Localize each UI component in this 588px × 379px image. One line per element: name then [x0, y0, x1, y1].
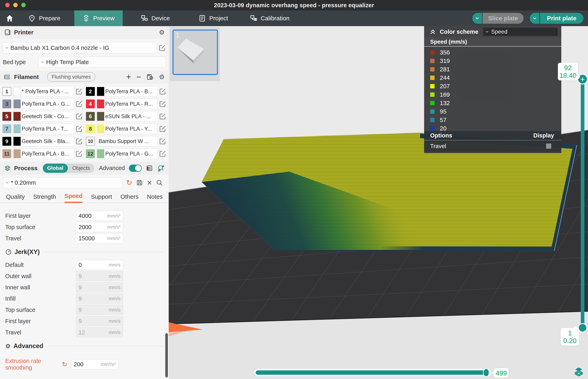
print-plate-button[interactable]: Print plate: [540, 13, 583, 24]
home-button[interactable]: [3, 10, 16, 26]
filament-number-badge[interactable]: 7: [2, 124, 11, 133]
top-surface-accel-input[interactable]: 2000 mm/s²: [76, 222, 123, 232]
zoom-window-button[interactable]: [21, 3, 26, 7]
printer-settings-gear-icon[interactable]: ⚙: [159, 29, 165, 36]
layers-view-button[interactable]: [573, 366, 584, 377]
filament-select[interactable]: PolyTerra PLA - G...: [96, 148, 158, 159]
edit-filament-icon[interactable]: [75, 100, 83, 108]
filament-settings-gear-icon[interactable]: ⚙: [159, 74, 165, 80]
edit-filament-icon[interactable]: [75, 88, 83, 95]
filament-select[interactable]: Geetech Silk - Co...: [13, 111, 74, 122]
tab-prepare[interactable]: Prepare: [28, 10, 60, 26]
save-preset-icon[interactable]: [136, 179, 143, 186]
filament-number-badge[interactable]: 9: [2, 137, 11, 146]
flushing-volumes-button[interactable]: Flushing volumes: [47, 72, 95, 82]
segment-objects[interactable]: Objects: [68, 164, 94, 173]
filament-select[interactable]: PolyTerra PLA - B...: [13, 148, 74, 159]
layer-slider-track[interactable]: [581, 82, 584, 329]
edit-filament-icon[interactable]: [75, 113, 83, 120]
print-plate-dropdown[interactable]: [530, 13, 539, 24]
tab-notes[interactable]: Notes: [147, 193, 163, 203]
color-scheme-select[interactable]: Speed: [483, 27, 558, 36]
tab-strength[interactable]: Strength: [33, 193, 56, 203]
legend-entry: 132: [430, 99, 561, 107]
layer-slider-bottom-tooltip: 1 0.20: [561, 328, 579, 346]
edit-filament-icon[interactable]: [159, 88, 166, 95]
collapse-panel-icon[interactable]: [429, 28, 436, 35]
travel-checkbox[interactable]: [546, 143, 551, 149]
move-slider-track[interactable]: [255, 369, 491, 376]
filament-number-badge[interactable]: 2: [86, 87, 95, 96]
filament-number-badge[interactable]: 11: [2, 149, 11, 158]
search-parameters-icon[interactable]: [157, 164, 165, 172]
jerk-infill-input[interactable]: 9 mm/s: [76, 294, 123, 304]
filament-select[interactable]: PolyTerra PLA - Y...: [96, 124, 158, 134]
segment-global[interactable]: Global: [43, 164, 68, 173]
edit-filament-icon[interactable]: [159, 150, 166, 157]
tab-others[interactable]: Others: [121, 193, 138, 203]
slice-plate-dropdown[interactable]: [472, 13, 482, 24]
jerk-default-input[interactable]: 0 mm/s: [76, 260, 123, 270]
extrusion-rate-smoothing-input[interactable]: 200 mm³/s²: [71, 359, 118, 369]
filament-select[interactable]: eSUN Silk PLA - ...: [96, 111, 158, 122]
tab-device[interactable]: Device: [141, 10, 170, 26]
filament-select[interactable]: PolyTerra PLA - B...: [96, 86, 158, 97]
filament-select[interactable]: PolyTerra PLA - G...: [13, 99, 74, 109]
edit-filament-icon[interactable]: [75, 125, 83, 132]
jerk-top-surface-input[interactable]: 9 mm/s: [76, 305, 123, 315]
filament-number-badge[interactable]: 5: [2, 112, 11, 121]
jerk-travel-input[interactable]: 12 mm/s: [76, 327, 123, 337]
tab-preview[interactable]: Preview: [74, 10, 123, 26]
plate-thumbnail[interactable]: 1: [172, 30, 218, 75]
preview-viewport[interactable]: 1 Color scheme Speed Speed (mm: [169, 26, 588, 379]
tab-support[interactable]: Support: [91, 193, 112, 203]
tab-speed[interactable]: Speed: [64, 192, 83, 203]
delete-preset-icon[interactable]: ×: [147, 179, 152, 187]
tab-quality[interactable]: Quality: [6, 193, 25, 203]
filament-number-badge[interactable]: 10: [86, 137, 95, 146]
edit-filament-icon[interactable]: [75, 150, 83, 157]
reset-value-icon[interactable]: ↻: [62, 361, 71, 367]
tab-project[interactable]: Project: [198, 10, 228, 26]
bed-type-select[interactable]: High Temp Plate: [39, 57, 166, 67]
jerk-first-layer-input[interactable]: 9 mm/s: [76, 316, 123, 326]
remove-filament-button[interactable]: −: [136, 73, 141, 81]
minimize-window-button[interactable]: [13, 3, 18, 7]
jerk-outer-wall-input[interactable]: 9 mm/s: [76, 271, 123, 281]
jerk-inner-wall-input[interactable]: 9 mm/s: [76, 282, 123, 292]
filament-select[interactable]: * PolyTerra PLA - ...: [13, 86, 74, 97]
edit-filament-icon[interactable]: [159, 138, 166, 145]
edit-filament-icon[interactable]: [159, 113, 166, 120]
filament-select[interactable]: PolyTerra PLA - T...: [13, 124, 74, 134]
edit-printer-preset-icon[interactable]: [159, 44, 166, 51]
filament-select[interactable]: Geetech Silk - Bla...: [13, 136, 74, 146]
filament-select[interactable]: Bambu Support W ...: [96, 136, 158, 146]
close-window-button[interactable]: [5, 3, 10, 7]
sidebar-scrollbar[interactable]: [165, 333, 168, 377]
edit-filament-icon[interactable]: [159, 100, 166, 108]
process-preset-select[interactable]: * 0.20mm: [3, 177, 122, 188]
edit-filament-icon[interactable]: [159, 125, 166, 132]
search-preset-icon[interactable]: [156, 179, 163, 186]
reset-preset-icon[interactable]: ↻: [126, 179, 132, 186]
edit-filament-icon[interactable]: [75, 138, 83, 145]
advanced-toggle[interactable]: [129, 165, 142, 172]
move-slider-handle[interactable]: [483, 368, 489, 377]
tab-calibration[interactable]: Calibration: [250, 10, 289, 26]
param-unit: mm/s²: [107, 213, 121, 219]
slice-plate-button[interactable]: Slice plate: [482, 13, 524, 24]
filament-number-badge[interactable]: 3: [2, 99, 11, 108]
first-layer-accel-input[interactable]: 4000 mm/s²: [76, 211, 123, 221]
filament-number-badge[interactable]: 1: [2, 87, 11, 96]
travel-accel-input[interactable]: 15000 mm/s²: [76, 233, 123, 243]
parameter-table-icon[interactable]: [146, 165, 153, 172]
filament-select[interactable]: PolyTerra PLA - R...: [96, 99, 158, 109]
printer-preset-select[interactable]: Bambu Lab X1 Carbon 0.4 nozzle - IG: [3, 42, 156, 53]
layer-slider-bottom-handle[interactable]: [578, 323, 587, 332]
filament-number-badge[interactable]: 6: [86, 112, 95, 121]
filament-number-badge[interactable]: 12: [86, 149, 95, 158]
ams-sync-icon[interactable]: [146, 73, 154, 80]
filament-number-badge[interactable]: 8: [86, 124, 95, 133]
filament-number-badge[interactable]: 4: [86, 99, 95, 108]
add-filament-button[interactable]: +: [126, 73, 131, 81]
